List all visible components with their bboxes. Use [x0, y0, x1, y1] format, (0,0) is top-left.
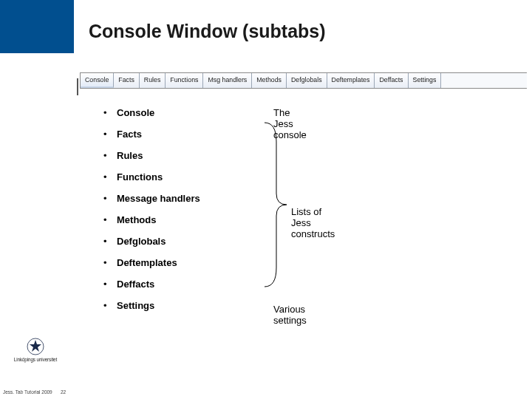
tab-methods[interactable]: Methods	[252, 73, 287, 88]
bullet-label: Message handlers	[117, 193, 200, 204]
bullet-label: Methods	[117, 214, 156, 225]
bullet-item: •Functions	[103, 171, 273, 183]
bullet-dot: •	[103, 193, 117, 204]
bullet-label: Deftemplates	[117, 257, 177, 268]
seal-icon	[27, 338, 44, 355]
bullet-dot: •	[103, 300, 117, 311]
page-title: Console Window (subtabs)	[89, 21, 326, 42]
bullet-item: •Rules	[103, 150, 273, 161]
logo-text: Linköpings universitet	[9, 357, 62, 362]
annotation-constructs: Lists of Jess constructs	[291, 206, 335, 239]
tab-console[interactable]: Console	[81, 73, 114, 88]
left-color-band	[0, 0, 74, 53]
bullet-dot: •	[103, 129, 117, 140]
bullet-item: •Settings	[103, 300, 273, 311]
bullet-dot: •	[103, 150, 117, 161]
bullet-dot: •	[103, 279, 117, 290]
annotation-console: The Jess console	[273, 107, 307, 140]
bullet-item: •Methods	[103, 214, 273, 225]
logo: Linköpings universitet	[9, 338, 62, 362]
footer-page-number: 22	[61, 389, 66, 395]
tab-deftemplates[interactable]: Deftemplates	[327, 73, 375, 88]
bullet-dot: •	[103, 257, 117, 268]
bullet-list: •Console •Facts •Rules •Functions •Messa…	[103, 107, 273, 321]
bullet-label: Deffacts	[117, 279, 154, 290]
tab-facts[interactable]: Facts	[114, 73, 140, 88]
tab-settings[interactable]: Settings	[409, 73, 442, 88]
brace-icon	[260, 120, 290, 290]
bullet-label: Rules	[117, 150, 143, 161]
bullet-dot: •	[103, 214, 117, 225]
bullet-label: Console	[117, 107, 154, 118]
bullet-item: •Facts	[103, 129, 273, 140]
bullet-item: •Message handlers	[103, 193, 273, 204]
tab-msg-handlers[interactable]: Msg handlers	[203, 73, 252, 88]
bullet-item: •Deffacts	[103, 279, 273, 290]
bullet-dot: •	[103, 107, 117, 118]
bullet-dot: •	[103, 236, 117, 247]
tab-deffacts[interactable]: Deffacts	[375, 73, 408, 88]
footer-text: Jess. Tab Tutorial 2009	[3, 389, 52, 395]
tab-functions[interactable]: Functions	[166, 73, 203, 88]
bullet-label: Defglobals	[117, 236, 166, 247]
bullet-label: Functions	[117, 171, 163, 183]
bullet-dot: •	[103, 171, 117, 183]
tab-strip: Console Facts Rules Functions Msg handle…	[80, 72, 527, 89]
bullet-label: Settings	[117, 300, 154, 311]
tab-rules[interactable]: Rules	[140, 73, 166, 88]
bullet-item: •Console	[103, 107, 273, 118]
bullet-item: •Deftemplates	[103, 257, 273, 268]
tab-defglobals[interactable]: Defglobals	[287, 73, 327, 88]
bullet-item: •Defglobals	[103, 236, 273, 247]
annotation-settings: Various settings	[273, 304, 307, 326]
bullet-label: Facts	[117, 129, 142, 140]
